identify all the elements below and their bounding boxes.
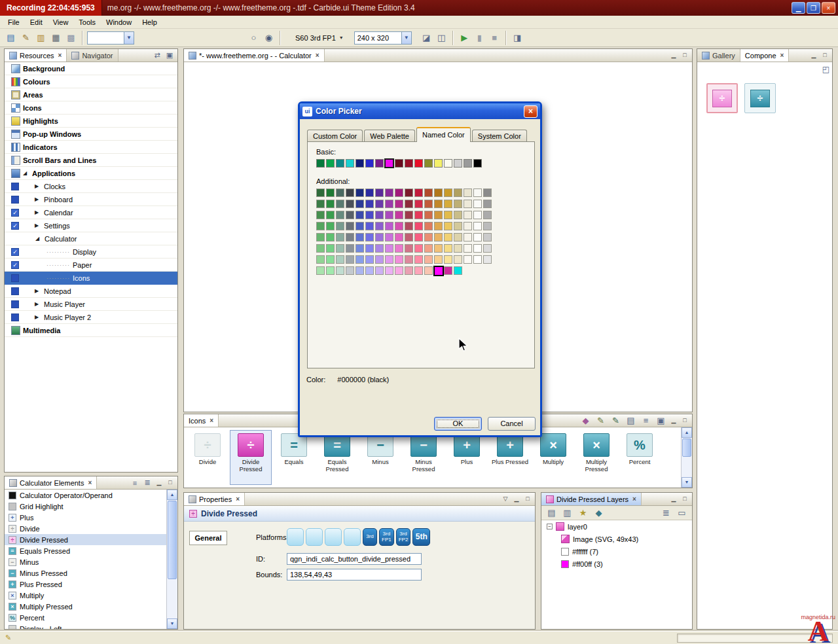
additional-swatch-2-13[interactable] bbox=[444, 211, 452, 219]
additional-swatch-7-2[interactable] bbox=[336, 266, 344, 275]
tab-editor-calculator[interactable]: *- www.freetheme.org - - Calculator × bbox=[184, 49, 325, 62]
additional-swatch-2-10[interactable] bbox=[414, 211, 423, 219]
tree-item-indicators[interactable]: Indicators bbox=[5, 141, 177, 154]
basic-swatch-10[interactable] bbox=[414, 159, 423, 168]
additional-swatch-4-8[interactable] bbox=[395, 233, 403, 241]
additional-swatch-4-7[interactable] bbox=[385, 233, 393, 241]
columns-icon[interactable]: ◫ bbox=[435, 31, 448, 45]
elements-scrollbar[interactable]: ▲ ▼ bbox=[166, 490, 177, 629]
additional-swatch-0-9[interactable] bbox=[405, 188, 413, 197]
basic-swatch-9[interactable] bbox=[405, 159, 413, 168]
additional-swatch-2-9[interactable] bbox=[405, 211, 413, 219]
additional-swatch-1-9[interactable] bbox=[405, 200, 413, 208]
additional-swatch-0-11[interactable] bbox=[424, 188, 433, 197]
additional-swatch-6-3[interactable] bbox=[346, 255, 354, 264]
element-item-divide[interactable]: ÷Divide bbox=[5, 523, 166, 534]
stop-icon[interactable]: ■ bbox=[488, 31, 501, 45]
menu-tools[interactable]: Tools bbox=[73, 17, 101, 27]
checkbox-icons[interactable] bbox=[11, 274, 19, 282]
additional-swatch-5-3[interactable] bbox=[346, 244, 354, 253]
tab-gallery[interactable]: Gallery bbox=[697, 49, 740, 62]
additional-swatch-2-7[interactable] bbox=[385, 211, 393, 219]
additional-swatch-4-17[interactable] bbox=[483, 233, 492, 241]
element-item-multiply-pressed[interactable]: ×Multiply Pressed bbox=[5, 601, 166, 612]
additional-swatch-4-14[interactable] bbox=[454, 233, 462, 241]
additional-swatch-4-9[interactable] bbox=[405, 233, 413, 241]
platform-button-3rd[interactable]: 3rd bbox=[363, 528, 377, 546]
tree-item-settings[interactable]: ✓▶Settings bbox=[5, 219, 177, 232]
additional-swatch-2-0[interactable] bbox=[316, 211, 325, 219]
additional-swatch-3-16[interactable] bbox=[473, 222, 482, 230]
element-item-minus[interactable]: −Minus bbox=[5, 556, 166, 567]
additional-swatch-3-14[interactable] bbox=[454, 222, 462, 230]
additional-swatch-3-17[interactable] bbox=[483, 222, 492, 230]
twistie-expanded-icon[interactable]: ◢ bbox=[35, 236, 42, 241]
tab-custom-color[interactable]: Custom Color bbox=[307, 130, 363, 142]
tree-item-clocks[interactable]: ▶Clocks bbox=[5, 180, 177, 193]
additional-swatch-2-16[interactable] bbox=[473, 211, 482, 219]
additional-swatch-3-11[interactable] bbox=[424, 222, 433, 230]
additional-swatch-4-12[interactable] bbox=[434, 233, 443, 241]
tree-item-music-player[interactable]: ▶Music Player bbox=[5, 298, 177, 311]
twistie-collapsed-icon[interactable]: ▶ bbox=[35, 288, 41, 294]
additional-swatch-3-9[interactable] bbox=[405, 222, 413, 230]
tab-divide-pressed-layers[interactable]: Divide Pressed Layers × bbox=[541, 493, 642, 505]
icon-item-plus[interactable]: +Plus bbox=[446, 430, 488, 485]
view-menu-icon[interactable]: ▽ bbox=[500, 495, 511, 504]
element-item-calculator-operator-operand[interactable]: Calculator Operator/Operand bbox=[5, 490, 166, 501]
platform-dropdown[interactable]: S60 3rd FP1 ▼ bbox=[290, 31, 349, 45]
additional-swatch-5-0[interactable] bbox=[316, 244, 325, 253]
flat-list-icon[interactable]: ≡ bbox=[129, 477, 141, 488]
link-with-editor-icon[interactable]: ⇄ bbox=[151, 50, 163, 61]
additional-swatch-1-2[interactable] bbox=[336, 200, 344, 208]
twistie-collapsed-icon[interactable]: ▶ bbox=[35, 209, 41, 215]
divide-preview[interactable]: ÷ bbox=[744, 83, 776, 113]
element-item-display-left[interactable]: Display - Left bbox=[5, 623, 166, 629]
basic-swatch-2[interactable] bbox=[336, 159, 344, 168]
basic-swatch-11[interactable] bbox=[424, 159, 433, 168]
additional-swatch-4-0[interactable] bbox=[316, 233, 325, 241]
additional-swatch-3-5[interactable] bbox=[365, 222, 374, 230]
basic-swatch-13[interactable] bbox=[444, 159, 452, 168]
checkbox-paper[interactable]: ✓ bbox=[11, 261, 19, 269]
tree-item-applications[interactable]: ◢Applications bbox=[5, 167, 177, 180]
additional-swatch-5-9[interactable] bbox=[405, 244, 413, 253]
additional-swatch-6-1[interactable] bbox=[326, 255, 335, 264]
additional-swatch-2-15[interactable] bbox=[464, 211, 472, 219]
additional-swatch-3-13[interactable] bbox=[444, 222, 452, 230]
tree-item-icons[interactable]: Icons bbox=[5, 101, 177, 115]
icon-item-plus-pressed[interactable]: +Plus Pressed bbox=[489, 430, 531, 485]
id-field[interactable] bbox=[287, 553, 422, 565]
close-icon[interactable]: × bbox=[58, 52, 62, 59]
additional-swatch-0-10[interactable] bbox=[414, 188, 423, 197]
additional-swatch-1-12[interactable] bbox=[434, 200, 443, 208]
tree-item-calendar[interactable]: ✓▶Calendar bbox=[5, 206, 177, 219]
restore-button[interactable]: ❐ bbox=[807, 2, 820, 14]
additional-swatch-5-14[interactable] bbox=[454, 244, 462, 253]
icon-item-multiply[interactable]: ×Multiply bbox=[532, 430, 574, 485]
tab-web-palette[interactable]: Web Palette bbox=[364, 130, 415, 142]
additional-swatch-1-6[interactable] bbox=[375, 200, 384, 208]
additional-swatch-1-16[interactable] bbox=[473, 200, 482, 208]
element-item-plus-pressed[interactable]: +Plus Pressed bbox=[5, 579, 166, 590]
additional-swatch-3-6[interactable] bbox=[375, 222, 384, 230]
additional-swatch-2-17[interactable] bbox=[483, 211, 492, 219]
icon-item-minus-pressed[interactable]: −Minus Pressed bbox=[403, 430, 445, 485]
additional-swatch-4-4[interactable] bbox=[355, 233, 364, 241]
layout-icon[interactable]: ◰ bbox=[822, 65, 829, 74]
additional-swatch-7-3[interactable] bbox=[346, 266, 354, 275]
export-icon[interactable]: ▣ bbox=[654, 414, 668, 427]
layer-item-layer0[interactable]: −layer0 bbox=[541, 520, 692, 533]
additional-swatch-1-3[interactable] bbox=[346, 200, 354, 208]
divide-pressed-preview[interactable]: ÷ bbox=[706, 83, 738, 113]
element-item-divide-pressed[interactable]: ÷Divide Pressed bbox=[5, 534, 166, 545]
stack-icon[interactable]: ≣ bbox=[659, 506, 673, 520]
platform-button-blank-3[interactable] bbox=[344, 528, 361, 546]
additional-swatch-3-3[interactable] bbox=[346, 222, 354, 230]
tree-item-paper[interactable]: ✓·········Paper bbox=[5, 259, 177, 272]
additional-swatch-3-2[interactable] bbox=[336, 222, 344, 230]
tab-calculator-elements[interactable]: Calculator Elements × bbox=[5, 476, 97, 489]
platform-button-3rd-fp1[interactable]: 3rd FP1 bbox=[379, 528, 394, 546]
table-icon[interactable]: ▩ bbox=[64, 31, 78, 45]
basic-swatch-12[interactable] bbox=[434, 159, 443, 168]
